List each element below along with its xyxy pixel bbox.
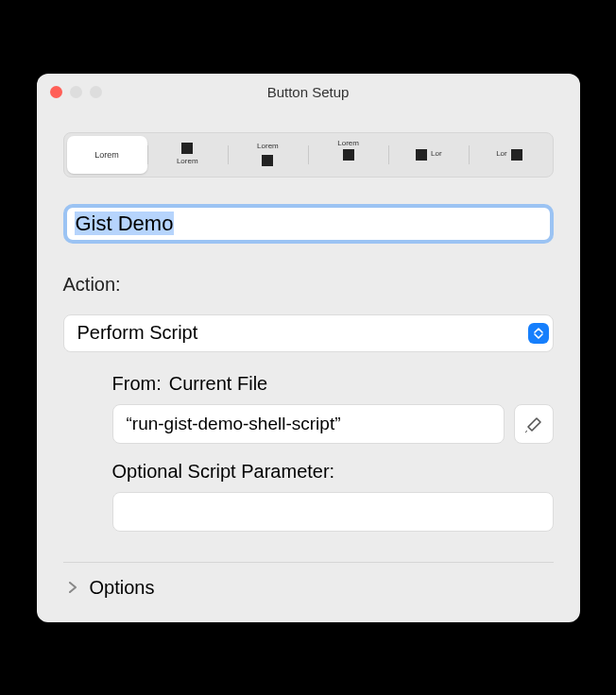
square-icon — [181, 143, 193, 154]
tab-icon-above[interactable]: Lorem — [147, 136, 228, 174]
options-row[interactable]: Options — [63, 562, 554, 613]
edit-script-button[interactable] — [514, 404, 554, 444]
from-label: From: — [112, 373, 162, 395]
options-label: Options — [90, 577, 155, 599]
tab-icon-left[interactable]: Lor — [388, 136, 469, 174]
script-name-field[interactable]: “run-gist-demo-shell-script” — [112, 404, 505, 444]
square-icon — [511, 149, 522, 161]
square-icon — [416, 149, 427, 161]
tab-icon-only[interactable]: Lorem — [308, 136, 388, 174]
zoom-icon — [90, 86, 102, 98]
action-value: Perform Script — [77, 322, 198, 344]
updown-icon — [528, 323, 549, 344]
tab-label: Lorem — [257, 143, 279, 151]
action-label: Action: — [63, 274, 554, 296]
square-icon — [262, 155, 273, 166]
close-icon[interactable] — [50, 86, 62, 98]
traffic-lights — [50, 86, 102, 98]
edit-icon — [524, 415, 543, 433]
tab-label: Lor — [496, 150, 507, 159]
from-row: From: Current File — [112, 373, 554, 395]
tab-text-only[interactable]: Lorem — [67, 136, 147, 174]
window-title: Button Setup — [37, 84, 580, 100]
title-bar: Button Setup — [37, 74, 580, 111]
tab-label: Lorem — [94, 150, 119, 160]
action-select[interactable]: Perform Script — [63, 314, 554, 352]
square-icon — [343, 149, 354, 161]
from-value: Current File — [169, 373, 267, 395]
script-name-value: “run-gist-demo-shell-script” — [127, 414, 341, 434]
content: Lorem Lorem Lorem Lorem Lor Lor — [37, 111, 580, 622]
tab-label: Lor — [431, 150, 442, 159]
param-input[interactable] — [112, 492, 554, 532]
button-name-value: Gist Demo — [75, 212, 175, 235]
tab-label: Lorem — [177, 158, 198, 166]
button-name-field[interactable]: Gist Demo — [63, 204, 554, 244]
script-details: From: Current File “run-gist-demo-shell-… — [112, 373, 554, 532]
minimize-icon — [70, 86, 82, 98]
window: Button Setup Lorem Lorem Lorem Lorem — [37, 74, 580, 622]
param-label: Optional Script Parameter: — [112, 461, 554, 483]
label-style-tabs: Lorem Lorem Lorem Lorem Lor Lor — [63, 132, 554, 178]
chevron-right-icon — [65, 580, 80, 595]
tab-icon-right[interactable]: Lor — [469, 136, 549, 174]
tab-label: Lorem — [337, 140, 359, 148]
tab-text-above[interactable]: Lorem — [228, 136, 308, 174]
